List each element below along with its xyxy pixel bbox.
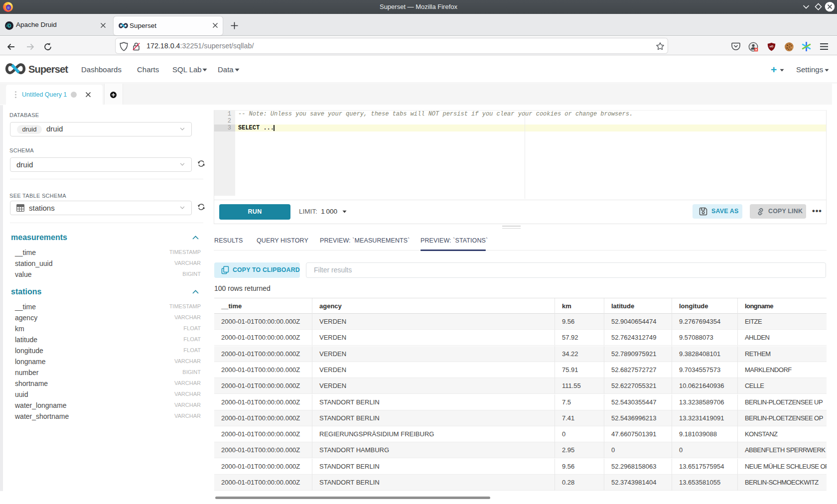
svg-text:uO: uO <box>770 45 774 48</box>
